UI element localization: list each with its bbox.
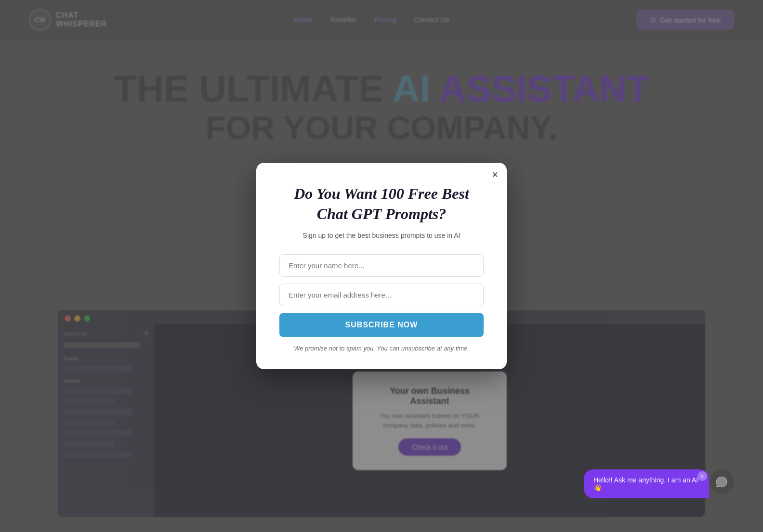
modal-title: Do You Want 100 Free Best Chat GPT Promp…	[279, 184, 484, 224]
name-input[interactable]	[279, 254, 484, 277]
subscribe-button[interactable]: SUBSCRIBE NOW	[279, 313, 484, 337]
modal-subtitle: Sign up to get the best business prompts…	[279, 231, 484, 241]
modal-overlay: × Do You Want 100 Free Best Chat GPT Pro…	[0, 0, 763, 532]
chat-widget: Hello!! Ask me anything, I am an AI 👋 ×	[584, 469, 734, 503]
modal-close-button[interactable]: ×	[492, 169, 498, 180]
chat-close-button[interactable]: ×	[697, 471, 707, 481]
email-input[interactable]	[279, 284, 484, 306]
chat-icon-button[interactable]	[709, 469, 734, 494]
modal: × Do You Want 100 Free Best Chat GPT Pro…	[256, 163, 507, 369]
chat-icon	[715, 476, 728, 488]
modal-footer-text: We promise not to spam you. You can unsu…	[279, 345, 484, 352]
chat-bubble: Hello!! Ask me anything, I am an AI 👋	[584, 469, 709, 498]
